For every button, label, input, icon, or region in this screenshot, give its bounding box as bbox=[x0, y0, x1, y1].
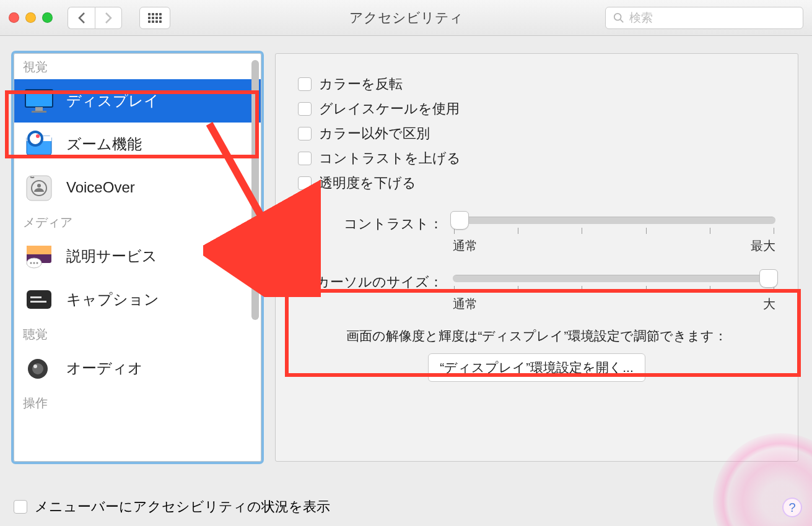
help-button[interactable]: ? bbox=[782, 498, 802, 517]
sidebar-item-captions[interactable]: キャプション bbox=[14, 278, 261, 321]
checkbox-differentiate-without-color[interactable]: カラー以外で区別 bbox=[298, 124, 775, 143]
checkbox-icon bbox=[298, 77, 312, 91]
svg-point-0 bbox=[614, 13, 621, 20]
zoom-window-button[interactable] bbox=[42, 12, 53, 23]
svg-rect-18 bbox=[27, 290, 51, 309]
sidebar-section-vision: 視覚 bbox=[14, 54, 261, 79]
checkbox-label: カラー以外で区別 bbox=[319, 124, 430, 143]
back-button[interactable] bbox=[68, 7, 95, 29]
category-sidebar: 視覚 ディスプレイ bbox=[14, 53, 261, 462]
chevron-right-icon bbox=[104, 12, 113, 24]
svg-rect-20 bbox=[30, 301, 46, 303]
svg-line-1 bbox=[621, 19, 624, 22]
zoom-icon bbox=[23, 130, 55, 158]
titlebar: アクセシビリティ bbox=[0, 0, 812, 36]
svg-rect-19 bbox=[30, 296, 41, 298]
slider-min-label: 通常 bbox=[453, 296, 478, 313]
slider-max-label: 最大 bbox=[751, 238, 775, 254]
svg-rect-3 bbox=[35, 107, 43, 111]
captions-icon bbox=[23, 285, 55, 314]
sidebar-item-label: キャプション bbox=[66, 290, 159, 309]
slider-thumb[interactable] bbox=[759, 269, 778, 288]
display-prefs-hint: 画面の解像度と輝度は“ディスプレイ”環境設定で調節できます： bbox=[298, 327, 775, 345]
checkbox-label: グレイスケールを使用 bbox=[319, 100, 460, 118]
sidebar-item-display[interactable]: ディスプレイ bbox=[14, 79, 261, 123]
sidebar-item-zoom[interactable]: ズーム機能 bbox=[14, 123, 261, 166]
svg-point-15 bbox=[30, 262, 32, 264]
slider-scale: 通常 最大 bbox=[453, 238, 775, 254]
slider-max-label: 大 bbox=[763, 296, 775, 313]
minimize-window-button[interactable] bbox=[25, 12, 36, 23]
svg-point-7 bbox=[28, 132, 42, 145]
chevron-left-icon bbox=[77, 12, 86, 24]
slider-label: カーソルのサイズ： bbox=[298, 273, 453, 291]
sidebar-section-media: メディア bbox=[14, 209, 261, 235]
checkbox-invert-colors[interactable]: カラーを反転 bbox=[298, 75, 775, 93]
search-input[interactable] bbox=[629, 11, 795, 25]
slider-thumb[interactable] bbox=[450, 211, 469, 230]
contrast-slider[interactable] bbox=[453, 217, 775, 224]
svg-point-16 bbox=[33, 262, 35, 264]
sidebar-item-audio[interactable]: オーディオ bbox=[14, 347, 261, 390]
search-field[interactable] bbox=[605, 7, 803, 29]
sidebar-item-voiceover[interactable]: VoiceOver bbox=[14, 166, 261, 209]
search-icon bbox=[613, 12, 624, 24]
descriptions-icon bbox=[23, 242, 55, 270]
sidebar-item-label: VoiceOver bbox=[66, 179, 135, 196]
display-icon bbox=[23, 87, 55, 115]
slider-ticks bbox=[453, 228, 775, 234]
sidebar-section-interaction: 操作 bbox=[14, 390, 261, 415]
audio-icon bbox=[23, 354, 55, 382]
checkbox-icon bbox=[298, 127, 312, 140]
checkbox-icon bbox=[298, 176, 312, 190]
slider-ticks bbox=[453, 286, 775, 292]
close-window-button[interactable] bbox=[9, 12, 19, 23]
checkbox-icon bbox=[298, 152, 312, 165]
sidebar-item-descriptions[interactable]: 説明サービス bbox=[14, 235, 261, 278]
sidebar-item-label: 説明サービス bbox=[66, 246, 157, 266]
svg-rect-13 bbox=[27, 246, 51, 254]
svg-point-11 bbox=[37, 184, 41, 188]
svg-point-17 bbox=[37, 262, 38, 264]
checkbox-reduce-transparency[interactable]: 透明度を下げる bbox=[298, 174, 775, 192]
checkbox-icon bbox=[14, 500, 27, 514]
sidebar-section-hearing: 聴覚 bbox=[14, 321, 261, 347]
forward-button[interactable] bbox=[95, 7, 122, 29]
svg-rect-2 bbox=[25, 90, 53, 107]
open-display-prefs-button[interactable]: “ディスプレイ”環境設定を開く... bbox=[428, 353, 645, 382]
svg-point-22 bbox=[32, 363, 43, 374]
svg-point-8 bbox=[36, 134, 40, 138]
checkbox-label: 透明度を下げる bbox=[319, 174, 416, 192]
slider-scale: 通常 大 bbox=[453, 296, 775, 313]
sidebar-item-label: オーディオ bbox=[66, 358, 143, 378]
slider-min-label: 通常 bbox=[453, 238, 478, 254]
svg-rect-4 bbox=[32, 111, 46, 113]
slider-label: コントラスト： bbox=[298, 215, 453, 233]
slider-row-cursor-size: カーソルのサイズ： 通常 大 bbox=[298, 273, 775, 313]
sidebar-item-label: ディスプレイ bbox=[66, 91, 159, 111]
checkbox-icon bbox=[298, 102, 312, 116]
show-all-button[interactable] bbox=[139, 7, 170, 29]
settings-panel: カラーを反転 グレイスケールを使用 カラー以外で区別 コントラストを上げる 透明… bbox=[275, 53, 798, 462]
checkbox-use-grayscale[interactable]: グレイスケールを使用 bbox=[298, 100, 775, 118]
checkbox-label: カラーを反転 bbox=[319, 75, 403, 93]
cursor-size-slider[interactable] bbox=[453, 275, 775, 282]
svg-point-23 bbox=[33, 364, 37, 368]
checkbox-increase-contrast[interactable]: コントラストを上げる bbox=[298, 149, 775, 168]
grid-icon bbox=[148, 13, 162, 23]
checkbox-label: コントラストを上げる bbox=[319, 149, 461, 168]
voiceover-icon bbox=[23, 173, 55, 202]
sidebar-item-label: ズーム機能 bbox=[66, 134, 142, 154]
slider-row-contrast: コントラスト： 通常 最大 bbox=[298, 215, 775, 254]
sidebar-scrollbar[interactable] bbox=[251, 60, 259, 320]
checkbox-label: メニューバーにアクセシビリティの状況を表示 bbox=[35, 498, 330, 516]
window-controls bbox=[9, 12, 53, 23]
show-status-in-menubar[interactable]: メニューバーにアクセシビリティの状況を表示 bbox=[14, 498, 330, 516]
nav-buttons bbox=[68, 7, 122, 29]
